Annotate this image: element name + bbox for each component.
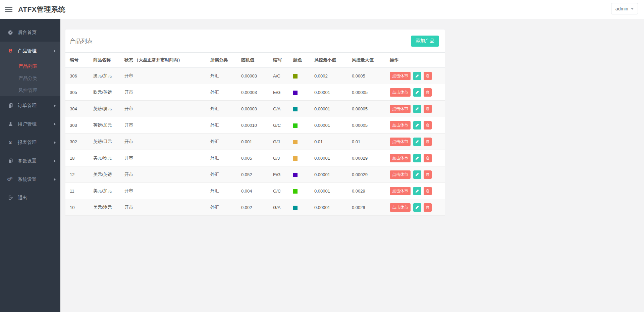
cell-random-value: 0.00003	[237, 101, 269, 117]
close-market-button[interactable]: 点击休市	[390, 138, 411, 146]
sidebar: 后台首页 产品管理 产品列表 产品分类 风控管理 订单管理 用户管理	[0, 19, 60, 312]
close-market-button[interactable]: 点击休市	[390, 121, 411, 129]
cell-id: 304	[65, 101, 89, 117]
edit-button[interactable]	[413, 72, 421, 80]
sidebar-item-home[interactable]: 后台首页	[0, 23, 60, 42]
close-market-button[interactable]: 点击休市	[390, 88, 411, 97]
close-market-button[interactable]: 点击休市	[390, 72, 411, 80]
sidebar-item-product-list[interactable]: 产品列表	[0, 60, 60, 72]
cell-id: 11	[65, 183, 89, 199]
table-body: 306 澳元/加元 开市 外汇 0.00003 A/C 0.0002 0.000…	[65, 68, 445, 216]
cell-actions: 点击休市	[385, 134, 445, 150]
pencil-icon	[415, 140, 419, 144]
trash-icon	[426, 172, 430, 176]
add-product-button[interactable]: 添加产品	[411, 36, 439, 47]
cell-random-value: 0.004	[237, 183, 269, 199]
delete-button[interactable]	[424, 203, 432, 212]
sidebar-item-parameters[interactable]: 参数设置	[0, 152, 60, 170]
cell-status: 开市	[120, 84, 206, 101]
cell-id: 305	[65, 84, 89, 101]
close-market-button[interactable]: 点击休市	[390, 154, 411, 162]
cell-risk-min: 0.00001	[310, 101, 347, 117]
sidebar-item-users[interactable]: 用户管理	[0, 115, 60, 133]
pencil-icon	[415, 90, 419, 94]
pencil-icon	[415, 205, 419, 209]
cell-random-value: 0.052	[237, 166, 269, 183]
cell-product-name: 美元/欧元	[89, 150, 120, 166]
edit-button[interactable]	[413, 154, 421, 162]
sidebar-item-orders[interactable]: 订单管理	[0, 96, 60, 115]
sidebar-item-system-settings[interactable]: ⚙⚙ 系统设置	[0, 170, 60, 189]
cell-product-name: 欧元/英镑	[89, 84, 120, 101]
color-chip	[293, 74, 298, 79]
delete-button[interactable]	[424, 105, 432, 113]
edit-button[interactable]	[413, 105, 421, 113]
cell-risk-max: 0.0029	[347, 183, 385, 199]
close-market-button[interactable]: 点击休市	[390, 187, 411, 195]
cell-random-value: 0.001	[237, 134, 269, 150]
cell-risk-max: 0.00029	[347, 150, 385, 166]
close-market-button[interactable]: 点击休市	[390, 105, 411, 113]
hamburger-menu-icon[interactable]	[5, 6, 12, 13]
table-row: 306 澳元/加元 开市 外汇 0.00003 A/C 0.0002 0.000…	[65, 68, 445, 84]
chevron-right-icon	[54, 50, 56, 52]
close-market-button[interactable]: 点击休市	[390, 170, 411, 179]
cell-abbr: G/C	[269, 183, 289, 199]
user-dropdown[interactable]: admin	[611, 3, 638, 14]
orders-icon	[7, 103, 13, 108]
edit-button[interactable]	[413, 88, 421, 97]
sidebar-item-product-management[interactable]: 产品管理	[0, 42, 60, 60]
col-risk-min: 风控最小值	[310, 53, 347, 68]
delete-button[interactable]	[424, 187, 432, 195]
cell-id: 18	[65, 150, 89, 166]
cell-risk-max: 0.00005	[347, 117, 385, 134]
delete-button[interactable]	[424, 121, 432, 129]
cell-actions: 点击休市	[385, 166, 445, 183]
delete-button[interactable]	[424, 88, 432, 97]
delete-button[interactable]	[424, 170, 432, 179]
trash-icon	[426, 74, 430, 78]
cell-risk-max: 0.00029	[347, 166, 385, 183]
color-chip	[293, 189, 298, 194]
color-chip	[293, 107, 298, 111]
col-color: 颜色	[289, 53, 310, 68]
app-title: ATFX管理系统	[18, 5, 65, 14]
cell-status: 开市	[120, 101, 206, 117]
trash-icon	[426, 140, 430, 144]
cell-color	[289, 84, 310, 101]
pencil-icon	[415, 107, 419, 111]
cell-color	[289, 199, 310, 216]
close-market-button[interactable]: 点击休市	[390, 203, 411, 212]
cell-status: 开市	[120, 166, 206, 183]
gears-icon: ⚙⚙	[7, 176, 13, 183]
sidebar-item-risk-management[interactable]: 风控管理	[0, 84, 60, 96]
delete-button[interactable]	[424, 72, 432, 80]
cell-actions: 点击休市	[385, 101, 445, 117]
bitcoin-icon	[7, 48, 13, 53]
sidebar-item-logout[interactable]: 退出	[0, 189, 60, 207]
cell-id: 10	[65, 199, 89, 216]
sidebar-item-label: 报表管理	[18, 140, 37, 146]
edit-button[interactable]	[413, 121, 421, 129]
sidebar-item-product-category[interactable]: 产品分类	[0, 72, 60, 84]
cell-abbr: E/G	[269, 166, 289, 183]
cell-category: 外汇	[206, 68, 237, 84]
col-risk-max: 风控最大值	[347, 53, 385, 68]
edit-button[interactable]	[413, 170, 421, 179]
edit-button[interactable]	[413, 187, 421, 195]
cell-actions: 点击休市	[385, 183, 445, 199]
pencil-icon	[415, 189, 419, 193]
cell-risk-min: 0.00001	[310, 199, 347, 216]
col-abbr: 缩写	[269, 53, 289, 68]
col-category: 所属分类	[206, 53, 237, 68]
cell-color	[289, 101, 310, 117]
delete-button[interactable]	[424, 138, 432, 146]
cell-risk-min: 0.00001	[310, 150, 347, 166]
cell-abbr: G/J	[269, 150, 289, 166]
col-id: 编号	[65, 53, 89, 68]
sidebar-item-reports[interactable]: ¥ 报表管理	[0, 133, 60, 152]
edit-button[interactable]	[413, 138, 421, 146]
cell-category: 外汇	[206, 117, 237, 134]
edit-button[interactable]	[413, 203, 421, 212]
delete-button[interactable]	[424, 154, 432, 162]
